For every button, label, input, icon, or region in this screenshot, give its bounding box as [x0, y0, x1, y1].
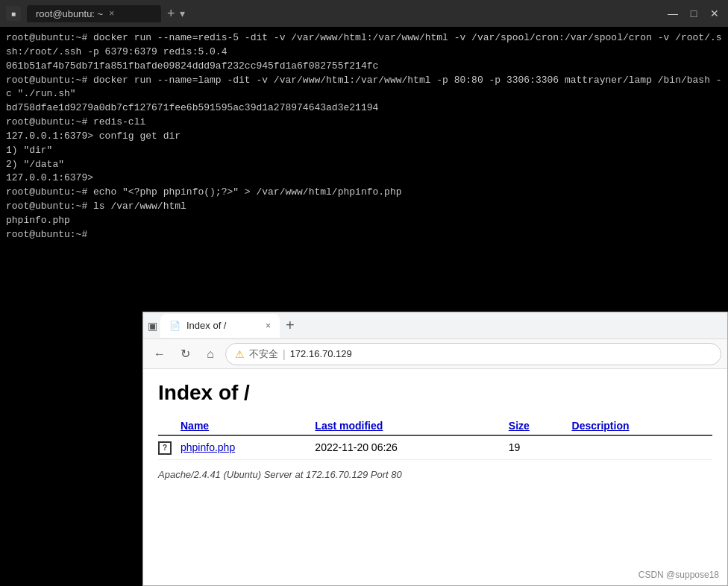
tab-favicon-icon: 📄 — [169, 321, 181, 331]
back-button[interactable]: ← — [149, 344, 170, 365]
terminal-line: 127.0.0.1:6379> config get dir — [6, 130, 722, 144]
col-size-header[interactable]: Size — [509, 417, 572, 435]
terminal-tab[interactable]: root@ubuntu: ~ × — [27, 5, 161, 22]
terminal-line: 061b51af4b75db71fa851fbafde09824ddd9af23… — [6, 60, 722, 74]
refresh-button[interactable]: ↻ — [175, 344, 195, 365]
browser-window: ▣ 📄 Index of / × + ← ↻ ⌂ ⚠ 不安全 | 172.16.… — [142, 312, 728, 586]
terminal-line: root@ubuntu:~# ls /var/www/html — [6, 200, 722, 214]
browser-navbar: ← ↻ ⌂ ⚠ 不安全 | 172.16.70.129 — [143, 339, 727, 369]
file-desc-cell — [572, 435, 712, 459]
terminal-line: 2) "/data" — [6, 158, 722, 172]
terminal-tab-close-icon[interactable]: × — [109, 8, 114, 19]
close-button[interactable]: ✕ — [707, 6, 722, 21]
new-tab-button[interactable]: + — [286, 317, 295, 334]
server-footer: Apache/2.4.41 (Ubuntu) Server at 172.16.… — [158, 469, 712, 480]
terminal-line: phpinfo.php — [6, 214, 722, 228]
file-icon-cell: ? — [158, 435, 181, 459]
terminal-line: bd758dfae1d9279a0db7cf127671fee6b591595a… — [6, 101, 722, 116]
file-link[interactable]: phpinfo.php — [181, 441, 235, 453]
tab-close-icon[interactable]: × — [266, 321, 271, 331]
terminal-line: root@ubuntu:~# docker run --name=redis-5… — [6, 31, 722, 60]
col-icon-header — [158, 417, 181, 435]
home-button[interactable]: ⌂ — [200, 344, 221, 365]
terminal-tab-dropdown-icon[interactable]: ▾ — [180, 7, 185, 19]
browser-tabbar: ▣ 📄 Index of / × + — [143, 312, 727, 339]
file-size-cell: 19 — [509, 435, 572, 459]
terminal-tab-label: root@ubuntu: ~ — [36, 8, 103, 19]
window-controls: — □ ✕ — [665, 6, 722, 21]
file-date-cell: 2022-11-20 06:26 — [315, 435, 508, 459]
table-row: ? phpinfo.php 2022-11-20 06:26 19 — [158, 435, 712, 459]
tab-label: Index of / — [186, 320, 226, 331]
col-name-header[interactable]: Name — [181, 417, 315, 435]
address-separator: | — [283, 348, 286, 360]
file-listing-table: Name Last modified Size Description — [158, 417, 712, 460]
page-title: Index of / — [158, 381, 712, 405]
terminal-titlebar: ■ root@ubuntu: ~ × + ▾ — □ ✕ — [0, 0, 728, 27]
minimize-button[interactable]: — — [665, 6, 680, 21]
terminal-line: 127.0.0.1:6379> — [6, 171, 722, 186]
terminal-line: 1) "dir" — [6, 144, 722, 158]
maximize-button[interactable]: □ — [686, 6, 701, 21]
terminal-line: root@ubuntu:~# — [6, 228, 722, 242]
file-name-cell: phpinfo.php — [181, 435, 315, 459]
terminal-new-tab-button[interactable]: + — [167, 6, 175, 22]
not-secure-label: 不安全 — [249, 347, 278, 361]
terminal-line: root@ubuntu:~# docker run --name=lamp -d… — [6, 74, 722, 102]
browser-sidebar-icon[interactable]: ▣ — [148, 320, 157, 332]
col-modified-header[interactable]: Last modified — [315, 417, 508, 435]
col-description-header[interactable]: Description — [572, 417, 712, 435]
url-display: 172.16.70.129 — [290, 348, 352, 359]
security-warning-icon: ⚠ — [235, 348, 245, 360]
file-type-icon: ? — [158, 441, 172, 455]
csdn-watermark: CSDN @suppose18 — [638, 570, 719, 580]
terminal-app-icon: ■ — [6, 6, 21, 21]
terminal-line: root@ubuntu:~# echo "<?php phpinfo();?>"… — [6, 186, 722, 200]
terminal-line: root@ubuntu:~# redis-cli — [6, 116, 722, 130]
address-bar[interactable]: ⚠ 不安全 | 172.16.70.129 — [225, 343, 721, 365]
browser-content: Index of / Name Last modified Size Descr… — [143, 369, 727, 585]
browser-tab-active[interactable]: 📄 Index of / × — [160, 314, 280, 338]
